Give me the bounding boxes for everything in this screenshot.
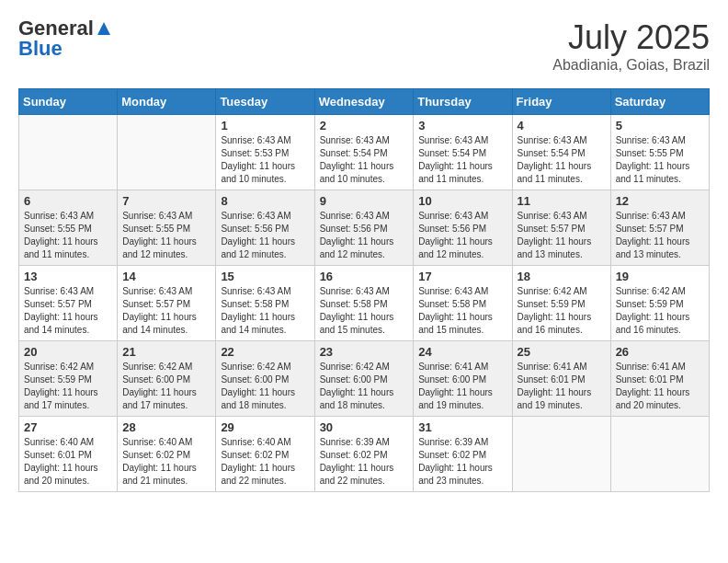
day-info: Sunrise: 6:41 AMSunset: 6:01 PMDaylight:… (518, 361, 606, 412)
day-info: Sunrise: 6:42 AMSunset: 6:00 PMDaylight:… (122, 361, 210, 412)
day-info: Sunrise: 6:43 AMSunset: 5:54 PMDaylight:… (320, 134, 409, 186)
day-number: 9 (320, 194, 409, 208)
col-saturday: Saturday (610, 89, 709, 115)
day-info: Sunrise: 6:43 AMSunset: 5:54 PMDaylight:… (418, 134, 506, 186)
day-number: 26 (616, 345, 704, 359)
day-number: 10 (418, 194, 506, 208)
day-info: Sunrise: 6:43 AMSunset: 5:58 PMDaylight:… (221, 285, 309, 337)
day-number: 20 (24, 345, 112, 359)
day-number: 28 (122, 420, 210, 434)
table-row: 30Sunrise: 6:39 AMSunset: 6:02 PMDayligh… (314, 417, 414, 492)
table-row: 12Sunrise: 6:43 AMSunset: 5:57 PMDayligh… (610, 190, 709, 266)
table-row: 28Sunrise: 6:40 AMSunset: 6:02 PMDayligh… (118, 417, 216, 492)
day-info: Sunrise: 6:39 AMSunset: 6:02 PMDaylight:… (418, 436, 506, 488)
table-row: 10Sunrise: 6:43 AMSunset: 5:56 PMDayligh… (414, 190, 512, 266)
day-number: 3 (418, 119, 506, 132)
table-row: 9Sunrise: 6:43 AMSunset: 5:56 PMDaylight… (314, 190, 414, 266)
page-header: General Blue July 2025 Abadiania, Goias,… (18, 18, 710, 74)
table-row (610, 417, 709, 492)
col-sunday: Sunday (19, 89, 118, 115)
col-wednesday: Wednesday (314, 89, 414, 115)
table-row: 17Sunrise: 6:43 AMSunset: 5:58 PMDayligh… (414, 266, 512, 341)
day-info: Sunrise: 6:43 AMSunset: 5:57 PMDaylight:… (122, 285, 210, 337)
calendar-location: Abadiania, Goias, Brazil (552, 57, 710, 74)
day-number: 8 (221, 194, 309, 208)
table-row: 5Sunrise: 6:43 AMSunset: 5:55 PMDaylight… (610, 115, 709, 190)
day-number: 5 (616, 119, 704, 132)
calendar-header-row: Sunday Monday Tuesday Wednesday Thursday… (19, 89, 710, 115)
table-row: 8Sunrise: 6:43 AMSunset: 5:56 PMDaylight… (216, 190, 314, 266)
day-info: Sunrise: 6:39 AMSunset: 6:02 PMDaylight:… (320, 436, 409, 488)
day-info: Sunrise: 6:42 AMSunset: 5:59 PMDaylight:… (518, 285, 606, 337)
day-info: Sunrise: 6:43 AMSunset: 5:58 PMDaylight:… (418, 285, 506, 337)
day-info: Sunrise: 6:43 AMSunset: 5:56 PMDaylight:… (221, 210, 309, 261)
table-row: 15Sunrise: 6:43 AMSunset: 5:58 PMDayligh… (216, 266, 314, 341)
col-tuesday: Tuesday (216, 89, 314, 115)
table-row: 14Sunrise: 6:43 AMSunset: 5:57 PMDayligh… (118, 266, 216, 341)
table-row: 31Sunrise: 6:39 AMSunset: 6:02 PMDayligh… (414, 417, 512, 492)
day-number: 29 (221, 420, 309, 434)
calendar-title: July 2025 (552, 18, 710, 57)
calendar-week-1: 1Sunrise: 6:43 AMSunset: 5:53 PMDaylight… (19, 115, 710, 190)
day-number: 31 (418, 420, 506, 434)
svg-marker-0 (97, 22, 110, 35)
day-info: Sunrise: 6:43 AMSunset: 5:57 PMDaylight:… (616, 210, 704, 261)
table-row: 22Sunrise: 6:42 AMSunset: 6:00 PMDayligh… (216, 341, 314, 417)
table-row: 16Sunrise: 6:43 AMSunset: 5:58 PMDayligh… (314, 266, 414, 341)
day-number: 15 (221, 270, 309, 283)
logo-blue-text: Blue (18, 37, 63, 60)
table-row: 25Sunrise: 6:41 AMSunset: 6:01 PMDayligh… (512, 341, 610, 417)
title-block: July 2025 Abadiania, Goias, Brazil (552, 18, 710, 74)
day-info: Sunrise: 6:43 AMSunset: 5:55 PMDaylight:… (122, 210, 210, 261)
day-info: Sunrise: 6:41 AMSunset: 6:01 PMDaylight:… (616, 361, 704, 412)
day-number: 11 (518, 194, 606, 208)
table-row: 13Sunrise: 6:43 AMSunset: 5:57 PMDayligh… (19, 266, 118, 341)
day-info: Sunrise: 6:43 AMSunset: 5:56 PMDaylight:… (320, 210, 409, 261)
day-number: 12 (616, 194, 704, 208)
day-number: 23 (320, 345, 409, 359)
day-info: Sunrise: 6:43 AMSunset: 5:56 PMDaylight:… (418, 210, 506, 261)
table-row: 27Sunrise: 6:40 AMSunset: 6:01 PMDayligh… (19, 417, 118, 492)
day-info: Sunrise: 6:43 AMSunset: 5:57 PMDaylight:… (24, 285, 112, 337)
day-number: 18 (518, 270, 606, 283)
day-number: 25 (518, 345, 606, 359)
day-number: 2 (320, 119, 409, 132)
day-number: 1 (221, 119, 309, 132)
table-row: 11Sunrise: 6:43 AMSunset: 5:57 PMDayligh… (512, 190, 610, 266)
table-row: 21Sunrise: 6:42 AMSunset: 6:00 PMDayligh… (118, 341, 216, 417)
table-row: 3Sunrise: 6:43 AMSunset: 5:54 PMDaylight… (414, 115, 512, 190)
table-row: 6Sunrise: 6:43 AMSunset: 5:55 PMDaylight… (19, 190, 118, 266)
day-info: Sunrise: 6:43 AMSunset: 5:54 PMDaylight:… (518, 134, 606, 186)
day-number: 13 (24, 270, 112, 283)
table-row (118, 115, 216, 190)
day-number: 19 (616, 270, 704, 283)
col-friday: Friday (512, 89, 610, 115)
table-row: 19Sunrise: 6:42 AMSunset: 5:59 PMDayligh… (610, 266, 709, 341)
table-row: 23Sunrise: 6:42 AMSunset: 6:00 PMDayligh… (314, 341, 414, 417)
day-number: 24 (418, 345, 506, 359)
day-info: Sunrise: 6:41 AMSunset: 6:00 PMDaylight:… (418, 361, 506, 412)
day-number: 22 (221, 345, 309, 359)
table-row: 7Sunrise: 6:43 AMSunset: 5:55 PMDaylight… (118, 190, 216, 266)
day-info: Sunrise: 6:40 AMSunset: 6:02 PMDaylight:… (221, 436, 309, 488)
day-number: 7 (122, 194, 210, 208)
table-row: 20Sunrise: 6:42 AMSunset: 5:59 PMDayligh… (19, 341, 118, 417)
day-number: 27 (24, 420, 112, 434)
day-info: Sunrise: 6:43 AMSunset: 5:55 PMDaylight:… (616, 134, 704, 186)
day-number: 30 (320, 420, 409, 434)
col-thursday: Thursday (414, 89, 512, 115)
day-info: Sunrise: 6:43 AMSunset: 5:53 PMDaylight:… (221, 134, 309, 186)
calendar-table: Sunday Monday Tuesday Wednesday Thursday… (18, 88, 710, 492)
day-number: 4 (518, 119, 606, 132)
table-row: 29Sunrise: 6:40 AMSunset: 6:02 PMDayligh… (216, 417, 314, 492)
day-info: Sunrise: 6:42 AMSunset: 5:59 PMDaylight:… (616, 285, 704, 337)
day-number: 6 (24, 194, 112, 208)
logo: General Blue (18, 18, 112, 59)
day-info: Sunrise: 6:40 AMSunset: 6:02 PMDaylight:… (122, 436, 210, 488)
day-info: Sunrise: 6:43 AMSunset: 5:55 PMDaylight:… (24, 210, 112, 261)
col-monday: Monday (118, 89, 216, 115)
day-number: 16 (320, 270, 409, 283)
day-number: 14 (122, 270, 210, 283)
table-row (512, 417, 610, 492)
day-info: Sunrise: 6:42 AMSunset: 6:00 PMDaylight:… (221, 361, 309, 412)
